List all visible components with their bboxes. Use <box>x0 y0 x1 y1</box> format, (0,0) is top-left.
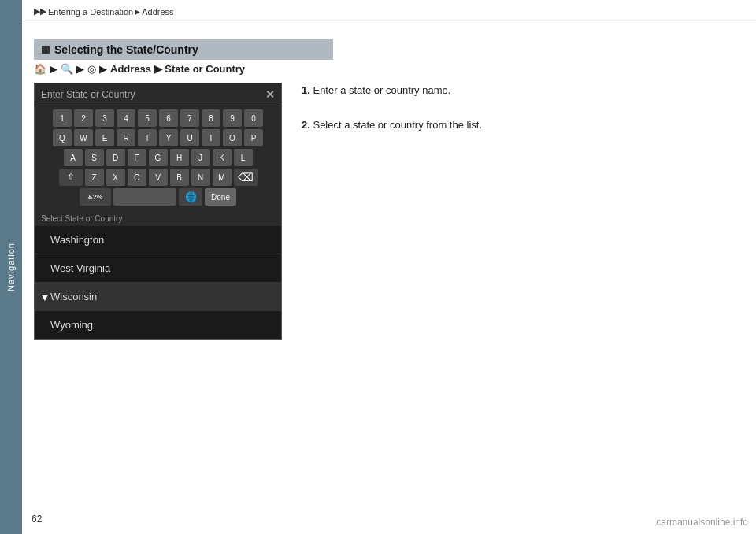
top-divider <box>22 24 756 24</box>
nav-path-text: Address ▶ State or Country <box>110 63 245 75</box>
key-4[interactable]: 4 <box>117 109 135 127</box>
nav-path-arrow2: ▶ <box>76 63 84 75</box>
key-row-qwerty: Q W E R T Y U I O P <box>38 129 278 146</box>
nav-path: 🏠 ▶ 🔍 ▶ ◎ ▶ Address ▶ State or Country <box>34 63 245 75</box>
instruction-2-num: 2. <box>302 119 310 131</box>
key-q[interactable]: Q <box>53 129 72 146</box>
breadcrumb-sep1: ▶ <box>135 8 140 16</box>
key-8[interactable]: 8 <box>202 109 220 127</box>
key-row-bottom: &?% 🌐 Done <box>38 188 278 206</box>
key-globe[interactable]: 🌐 <box>179 188 202 206</box>
heading-square <box>42 46 50 54</box>
instruction-2: 2. Select a state or country from the li… <box>302 117 585 133</box>
key-3[interactable]: 3 <box>95 109 114 127</box>
key-backspace[interactable]: ⌫ <box>234 169 258 186</box>
key-s[interactable]: S <box>85 149 104 166</box>
key-m[interactable]: M <box>213 169 232 186</box>
key-row-zxcv: ⇧ Z X C V B N M ⌫ <box>38 169 278 186</box>
key-2[interactable]: 2 <box>74 109 93 127</box>
key-o[interactable]: O <box>223 129 242 146</box>
key-done[interactable]: Done <box>205 188 236 206</box>
key-e[interactable]: E <box>95 129 114 146</box>
section-heading: Selecting the State/Country <box>34 39 333 60</box>
scroll-down-arrow: ▼ <box>39 291 50 303</box>
key-l[interactable]: L <box>234 149 253 166</box>
instructions: 1. Enter a state or country name. 2. Sel… <box>302 83 585 151</box>
page-number: 62 <box>32 514 42 525</box>
nav-path-circle-icon: ◎ <box>87 63 96 75</box>
key-a[interactable]: A <box>64 149 83 166</box>
breadcrumb-entering: Entering a Destination <box>48 7 133 17</box>
key-r[interactable]: R <box>117 129 135 146</box>
breadcrumb-address: Address <box>142 7 173 17</box>
watermark: carmanualsonline.info <box>656 517 748 528</box>
key-b[interactable]: B <box>170 169 189 186</box>
key-x[interactable]: X <box>106 169 125 186</box>
key-n[interactable]: N <box>191 169 210 186</box>
key-i[interactable]: I <box>202 129 220 146</box>
search-clear-icon[interactable]: ✕ <box>265 88 275 101</box>
key-d[interactable]: D <box>106 149 125 166</box>
state-list-header: Select State or Country <box>35 211 281 226</box>
keyboard: 1 2 3 4 5 6 7 8 9 0 Q W E R T Y U I <box>35 106 281 211</box>
key-c[interactable]: C <box>128 169 146 186</box>
key-h[interactable]: H <box>170 149 189 166</box>
key-special[interactable]: &?% <box>80 188 111 206</box>
key-p[interactable]: P <box>244 129 263 146</box>
key-row-asdf: A S D F G H J K L <box>38 149 278 166</box>
key-0[interactable]: 0 <box>244 109 263 127</box>
section-heading-text: Selecting the State/Country <box>54 43 198 56</box>
key-g[interactable]: G <box>149 149 168 166</box>
search-bar[interactable]: Enter State or Country ✕ <box>35 83 281 106</box>
sidebar-label: Navigation <box>6 243 16 291</box>
key-7[interactable]: 7 <box>180 109 199 127</box>
breadcrumb: ▶▶ Entering a Destination ▶ Address <box>34 6 174 17</box>
state-item-west-virginia[interactable]: West Virginia <box>35 254 281 283</box>
key-9[interactable]: 9 <box>223 109 242 127</box>
key-j[interactable]: J <box>191 149 210 166</box>
key-5[interactable]: 5 <box>138 109 157 127</box>
instruction-1: 1. Enter a state or country name. <box>302 83 585 98</box>
nav-path-arrow3: ▶ <box>99 63 107 75</box>
key-shift[interactable]: ⇧ <box>59 169 83 186</box>
main-content: ▶▶ Entering a Destination ▶ Address Sele… <box>22 0 756 534</box>
instruction-2-text: Select a state or country from the list. <box>313 119 482 131</box>
nav-path-home-icon: 🏠 <box>34 63 46 75</box>
state-item-wyoming[interactable]: Wyoming <box>35 311 281 339</box>
ui-panel: Enter State or Country ✕ 1 2 3 4 5 6 7 8… <box>34 83 282 340</box>
state-item-wisconsin[interactable]: ▼ Wisconsin <box>35 283 281 311</box>
key-k[interactable]: K <box>213 149 232 166</box>
breadcrumb-arrows: ▶▶ <box>34 6 46 17</box>
nav-path-search-icon: 🔍 <box>61 63 73 75</box>
key-v[interactable]: V <box>149 169 168 186</box>
key-row-numbers: 1 2 3 4 5 6 7 8 9 0 <box>38 109 278 127</box>
state-list: Select State or Country Washington West … <box>35 211 281 339</box>
search-placeholder: Enter State or Country <box>41 89 135 100</box>
nav-path-arrow1: ▶ <box>50 63 57 75</box>
key-y[interactable]: Y <box>159 129 178 146</box>
instruction-1-text: Enter a state or country name. <box>313 84 450 96</box>
state-item-washington[interactable]: Washington <box>35 226 281 254</box>
key-1[interactable]: 1 <box>53 109 72 127</box>
key-t[interactable]: T <box>138 129 157 146</box>
key-f[interactable]: F <box>128 149 146 166</box>
nav-sidebar: Navigation <box>0 0 22 534</box>
instruction-1-num: 1. <box>302 84 310 96</box>
key-w[interactable]: W <box>74 129 93 146</box>
key-u[interactable]: U <box>180 129 199 146</box>
key-space[interactable] <box>113 188 176 206</box>
key-6[interactable]: 6 <box>159 109 178 127</box>
key-z[interactable]: Z <box>85 169 104 186</box>
